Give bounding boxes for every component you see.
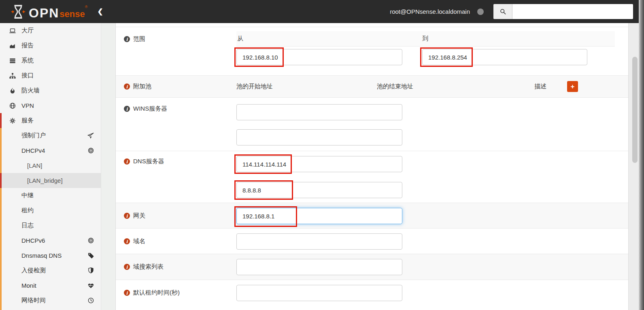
tag-icon	[87, 252, 94, 259]
sidebar-item-leases[interactable]: 租约	[0, 203, 101, 218]
fire-icon	[9, 87, 21, 94]
global-search	[493, 4, 633, 19]
laptop-icon	[9, 27, 21, 34]
sidebar-item-services[interactable]: 服务	[0, 113, 101, 128]
sidebar-item-lan-bridge[interactable]: [LAN_bridge]	[0, 173, 101, 188]
sidebar-item-system[interactable]: 系统	[0, 53, 101, 68]
opnsense-app: OPN sense ® ❮ root@OPNsense.localdomain …	[0, 0, 644, 310]
brand-registered-mark: ®	[85, 5, 88, 9]
pool-end-header: 池的结束地址	[377, 83, 514, 90]
sidebar-item-monit[interactable]: Monit	[0, 278, 101, 293]
gear-icon	[9, 117, 21, 124]
section-strip	[0, 188, 2, 203]
clock-icon	[87, 297, 94, 304]
add-pool-button[interactable]: +	[567, 81, 578, 92]
sidebar-item-log[interactable]: 日志	[0, 218, 101, 233]
section-strip	[0, 143, 2, 158]
bullseye-icon	[87, 147, 94, 154]
main-content: i 范围 从 到	[115, 23, 629, 310]
section-strip	[0, 293, 2, 308]
server-icon	[9, 57, 21, 64]
search-icon	[493, 4, 512, 19]
sitemap-icon	[9, 72, 21, 79]
paper-plane-icon	[87, 132, 94, 139]
field-label: DNS服务器	[133, 158, 164, 203]
info-icon[interactable]: i	[124, 238, 130, 244]
form-row-range: i 范围 从 到	[116, 27, 628, 76]
sidebar-item-dhcpv6[interactable]: DHCPv6	[0, 233, 101, 248]
range-from-input[interactable]	[236, 49, 402, 65]
sidebar-nav: 大厅 报告 系统 接口	[0, 23, 101, 310]
info-icon[interactable]: i	[124, 158, 130, 165]
dns-server-1-input[interactable]	[236, 156, 402, 172]
field-label: 范围	[133, 35, 145, 75]
sidebar-item-intrusion-detection[interactable]: 入侵检测	[0, 263, 101, 278]
form-row-domain-name: i 域名	[116, 229, 628, 254]
section-strip	[0, 158, 2, 173]
sidebar-item-lan[interactable]: [LAN]	[0, 158, 101, 173]
section-strip	[0, 248, 2, 263]
range-from-header: 从	[236, 35, 422, 43]
brand-sense: sense	[60, 9, 85, 19]
form-row-default-lease-time: i 默认租约时间(秒)	[116, 280, 628, 310]
domain-search-list-input[interactable]	[236, 259, 402, 275]
domain-name-input[interactable]	[236, 233, 402, 250]
area-chart-icon	[9, 42, 21, 49]
scrolled-row-remnant	[116, 23, 628, 27]
field-label: 附加池	[133, 83, 151, 90]
sidebar-item-interfaces[interactable]: 接口	[0, 68, 101, 83]
info-icon[interactable]: i	[124, 36, 130, 42]
form-row-additional-pools: i 附加池 池的开始地址 池的结束地址 描述 +	[116, 76, 628, 98]
section-strip	[0, 263, 2, 278]
bullseye-icon	[87, 237, 94, 244]
sidebar-item-relay[interactable]: 中继	[0, 188, 101, 203]
opnsense-logo[interactable]: OPN sense ®	[11, 4, 87, 19]
sidebar-item-lobby[interactable]: 大厅	[0, 23, 101, 38]
section-strip	[0, 308, 2, 310]
form-row-dns-servers: i DNS服务器	[116, 151, 628, 203]
section-strip	[0, 203, 2, 218]
sidebar-item-opendns[interactable]: OpenDNS	[0, 308, 101, 310]
field-label: WINS服务器	[133, 105, 167, 151]
section-strip	[0, 218, 2, 233]
sidebar-item-vpn[interactable]: VPN	[0, 98, 101, 113]
info-icon[interactable]: i	[124, 106, 130, 112]
info-icon[interactable]: i	[124, 264, 130, 270]
sidebar-collapse-icon[interactable]: ❮	[97, 7, 103, 16]
logged-in-user: root@OPNsense.localdomain	[390, 8, 470, 15]
info-icon[interactable]: i	[124, 213, 130, 219]
wins-server-2-input[interactable]	[236, 129, 402, 145]
info-icon[interactable]: i	[124, 290, 130, 296]
range-to-input[interactable]	[422, 49, 587, 65]
heartbeat-icon	[87, 282, 94, 289]
top-header: OPN sense ® ❮ root@OPNsense.localdomain	[0, 0, 639, 23]
window-right-edge	[639, 0, 644, 310]
sidebar-item-firewall[interactable]: 防火墙	[0, 83, 101, 98]
gateway-input[interactable]	[236, 208, 402, 224]
info-icon[interactable]: i	[124, 83, 130, 90]
search-input[interactable]	[512, 4, 633, 19]
sidebar-item-reporting[interactable]: 报告	[0, 38, 101, 53]
active-section-strip	[0, 113, 2, 128]
wins-server-1-input[interactable]	[236, 104, 402, 120]
form-row-gateway: i 网关	[116, 203, 628, 229]
section-strip	[0, 233, 2, 248]
active-item-strip	[0, 173, 2, 188]
pool-desc-header: 描述	[514, 83, 567, 90]
default-lease-time-input[interactable]	[236, 285, 402, 301]
section-strip	[0, 128, 2, 143]
dns-server-2-input[interactable]	[236, 182, 402, 198]
sidebar-item-captive-portal[interactable]: 强制门户	[0, 128, 101, 143]
form-row-wins-servers: i WINS服务器	[116, 98, 628, 151]
status-dot	[477, 9, 484, 15]
sidebar-item-dnsmasq[interactable]: Dnsmasq DNS	[0, 248, 101, 263]
sidebar-item-network-time[interactable]: 网络时间	[0, 293, 101, 308]
section-strip	[0, 278, 2, 293]
pool-start-header: 池的开始地址	[236, 83, 377, 90]
globe-icon	[9, 102, 21, 109]
range-to-header: 到	[422, 35, 428, 43]
scrollbar-thumb[interactable]	[632, 57, 638, 163]
range-column-headers: 从 到	[236, 31, 615, 47]
shield-icon	[87, 267, 94, 274]
sidebar-item-dhcpv4[interactable]: DHCPv4	[0, 143, 101, 158]
